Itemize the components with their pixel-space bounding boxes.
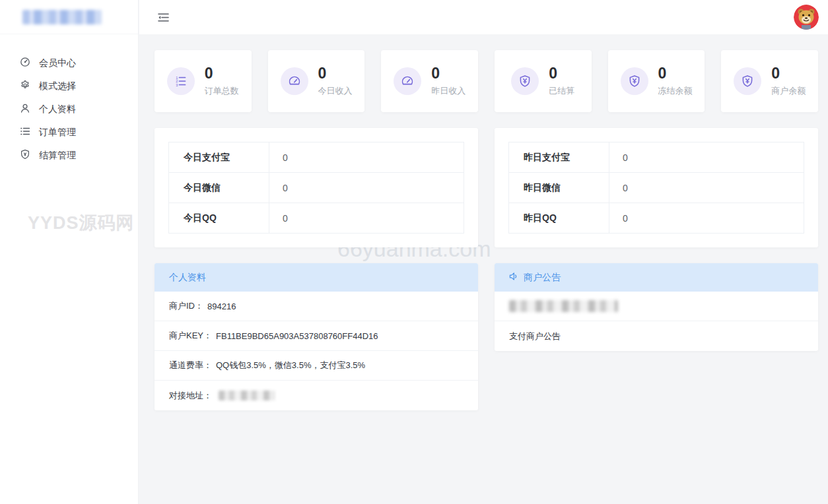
row-value: 0 [269, 142, 464, 173]
announcement-row: 支付商户公告 [495, 321, 818, 351]
sidebar-watermark: YYDS源码网 [28, 211, 135, 235]
gear-icon [20, 80, 30, 92]
shield-yuan-icon [734, 67, 761, 95]
row-label: 今日QQ [169, 203, 269, 234]
yesterday-table-panel: 昨日支付宝 0 昨日微信 0 昨日QQ 0 [495, 128, 818, 247]
announcement-text-redacted [509, 300, 618, 312]
sidebar-item-profile[interactable]: 个人资料 [0, 98, 138, 121]
user-avatar[interactable] [794, 5, 819, 30]
sidebar-item-label: 订单管理 [39, 127, 76, 139]
announcement-text: 支付商户公告 [509, 331, 561, 342]
announcement-row-redacted [495, 292, 818, 321]
row-value: 0 [269, 173, 464, 203]
logo-area [0, 0, 138, 34]
table-row: 昨日支付宝 0 [509, 142, 804, 173]
stat-value: 0 [431, 65, 466, 82]
shield-icon [20, 149, 30, 162]
shield-yuan-icon [621, 67, 648, 95]
stat-label: 已结算 [549, 85, 574, 97]
table-row: 今日QQ 0 [169, 203, 464, 234]
profile-row-merchant-key: 商户KEY： FB11BE9BD65A903A537808760FF44D16 [155, 321, 478, 351]
stat-value: 0 [549, 65, 574, 82]
main-content: 66yuanma.com 1 2 3 0 订单总数 [139, 34, 828, 504]
stat-value: 0 [318, 65, 353, 82]
sidebar-item-label: 个人资料 [39, 104, 76, 115]
stat-card-settled: 0 已结算 [495, 50, 592, 112]
row-label: 商户ID： [169, 300, 203, 312]
shield-yuan-icon [511, 67, 539, 95]
stat-text: 0 今日收入 [318, 65, 353, 97]
announcement-panel-header: 商户公告 [495, 263, 818, 292]
stat-card-frozen-balance: 0 冻结余额 [608, 50, 705, 112]
sidebar-item-member-center[interactable]: 会员中心 [0, 51, 138, 75]
sidebar-menu: 会员中心 模式选择 个人资料 [0, 51, 138, 167]
row-value: 894216 [207, 301, 236, 311]
row-value: QQ钱包3.5%，微信3.5%，支付宝3.5% [216, 360, 365, 371]
row-value: 0 [609, 203, 804, 234]
svg-text:3: 3 [176, 83, 178, 87]
row-label: 今日支付宝 [169, 142, 269, 173]
row-label: 昨日微信 [509, 173, 609, 203]
stat-text: 0 昨日收入 [431, 65, 466, 97]
panel-title: 商户公告 [524, 272, 561, 284]
bottom-row: 个人资料 商户ID： 894216 商户KEY： FB11BE9BD65A903… [155, 263, 818, 410]
stat-label: 今日收入 [318, 85, 353, 97]
stat-card-today-income: 0 今日收入 [268, 50, 365, 112]
logo-image-redacted [22, 10, 102, 24]
row-label: 商户KEY： [169, 330, 212, 342]
sidebar-item-label: 模式选择 [39, 80, 76, 92]
stat-value: 0 [205, 65, 239, 82]
stat-text: 0 已结算 [549, 65, 574, 97]
stat-card-total-orders: 1 2 3 0 订单总数 [155, 50, 252, 112]
profile-panel: 个人资料 商户ID： 894216 商户KEY： FB11BE9BD65A903… [155, 263, 478, 410]
profile-panel-header: 个人资料 [155, 263, 478, 292]
profile-row-channel-rates: 通道费率： QQ钱包3.5%，微信3.5%，支付宝3.5% [155, 351, 478, 381]
stat-label: 昨日收入 [431, 85, 466, 97]
row-label: 昨日支付宝 [509, 142, 609, 173]
sidebar-item-settlement[interactable]: 结算管理 [0, 144, 138, 167]
sidebar-item-orders[interactable]: 订单管理 [0, 121, 138, 144]
api-address-redacted [219, 391, 275, 400]
menu-fold-icon[interactable] [155, 9, 172, 26]
topbar [139, 0, 828, 34]
sidebar: 会员中心 模式选择 个人资料 [0, 0, 139, 504]
stat-label: 商户余额 [771, 85, 806, 97]
stat-card-merchant-balance: 0 商户余额 [721, 50, 818, 112]
stat-text: 0 商户余额 [771, 65, 806, 97]
sidebar-item-label: 结算管理 [39, 150, 76, 162]
profile-row-api-address: 对接地址： [155, 381, 478, 410]
row-value: 0 [269, 203, 464, 234]
today-table: 今日支付宝 0 今日微信 0 今日QQ 0 [168, 142, 464, 234]
list-icon [20, 126, 30, 139]
stat-card-yesterday-income: 0 昨日收入 [381, 50, 478, 112]
stat-text: 0 订单总数 [205, 65, 239, 97]
stat-value: 0 [658, 65, 693, 82]
gauge-icon [20, 57, 30, 69]
row-value: 0 [609, 142, 804, 173]
yesterday-table: 昨日支付宝 0 昨日微信 0 昨日QQ 0 [508, 142, 804, 234]
table-row: 昨日微信 0 [509, 173, 804, 203]
stats-row: 1 2 3 0 订单总数 0 今日收入 [155, 50, 818, 112]
sidebar-item-mode-select[interactable]: 模式选择 [0, 75, 138, 98]
sidebar-item-label: 会员中心 [39, 57, 76, 69]
panel-title: 个人资料 [169, 272, 206, 284]
stat-value: 0 [771, 65, 806, 82]
profile-row-merchant-id: 商户ID： 894216 [155, 292, 478, 321]
summary-tables-row: 今日支付宝 0 今日微信 0 今日QQ 0 昨日支付宝 0 [155, 128, 818, 247]
row-value: FB11BE9BD65A903A537808760FF44D16 [216, 331, 378, 341]
row-label: 对接地址： [169, 390, 212, 402]
speaker-icon [509, 272, 518, 283]
stat-text: 0 冻结余额 [658, 65, 693, 97]
gauge-icon [394, 67, 421, 95]
user-icon [20, 103, 30, 115]
row-label: 通道费率： [169, 360, 212, 371]
today-table-panel: 今日支付宝 0 今日微信 0 今日QQ 0 [155, 128, 478, 247]
ordered-list-icon: 1 2 3 [167, 67, 195, 95]
row-label: 昨日QQ [509, 203, 609, 234]
announcement-panel: 商户公告 支付商户公告 [495, 263, 818, 351]
row-value: 0 [609, 173, 804, 203]
table-row: 昨日QQ 0 [509, 203, 804, 234]
table-row: 今日微信 0 [169, 173, 464, 203]
stat-label: 冻结余额 [658, 85, 693, 97]
row-label: 今日微信 [169, 173, 269, 203]
